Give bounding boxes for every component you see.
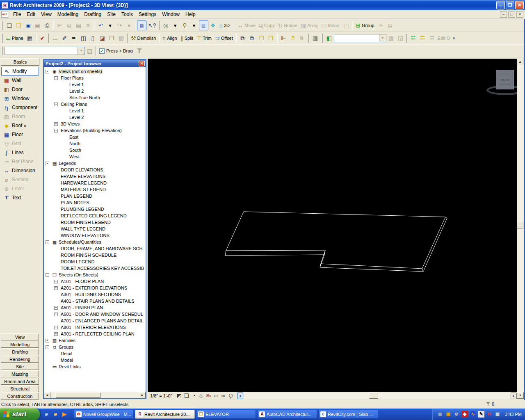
tree-item[interactable]: WINDOW ELEVATIONS	[44, 232, 146, 239]
cut-geometry-button[interactable]: ◫	[79, 33, 88, 43]
paint-button[interactable]: ◪	[98, 33, 107, 43]
analysis-button[interactable]: ▥	[310, 33, 320, 43]
zoom-button[interactable]: ⚲	[180, 21, 189, 30]
canvas-hscrollbar[interactable]	[244, 393, 511, 399]
design-bar-item-roof[interactable]: ◆Roof »	[1, 121, 39, 130]
design-bar-item-text[interactable]: TText	[1, 193, 39, 202]
split-button[interactable]: ∦Split	[179, 33, 195, 43]
tree-item[interactable]: East	[44, 134, 146, 140]
task-revitcity[interactable]: eRevitCity.com | Slab ...	[318, 410, 378, 419]
tree-item[interactable]: -▤Legends	[44, 160, 146, 167]
tree-item[interactable]: Level 2	[44, 88, 146, 94]
tree-item[interactable]: ROOM FINISH SCHEDULE	[44, 252, 146, 258]
copy-button[interactable]: ⧉	[64, 21, 74, 30]
scroll-down-icon[interactable]: ▾	[517, 392, 524, 399]
design-bar-tab-site[interactable]: Site	[1, 363, 39, 370]
split-face-button[interactable]: ❒	[107, 33, 116, 43]
crop-region-button[interactable]: ▭✕	[205, 392, 212, 399]
mdi-close-button[interactable]: ✕	[516, 11, 523, 18]
scroll-thumb[interactable]	[369, 393, 378, 399]
menu-site[interactable]: Site	[104, 11, 119, 18]
drawing-area-3d-view[interactable]: RIGHT	[148, 59, 517, 392]
tree-item[interactable]: PLAN NOTES	[44, 199, 146, 206]
tray-novell-icon[interactable]: N	[486, 411, 493, 418]
send-to-back-button[interactable]: ⧉	[247, 33, 257, 43]
quicklaunch-browser-icon[interactable]: e	[52, 411, 59, 418]
tree-item[interactable]: +A801 - INTERIOR ELEVATIONS	[44, 324, 146, 331]
tree-item[interactable]: Site-True North	[44, 94, 146, 101]
tree-item[interactable]: -▦Schedules/Quantities	[44, 239, 146, 245]
expand-icon[interactable]: +	[54, 332, 58, 336]
tree-item[interactable]: DOOR ELEVATIONS	[44, 167, 146, 173]
pin-button[interactable]: ✑	[376, 21, 386, 30]
tree-item[interactable]: MATERIALS LEGEND	[44, 186, 146, 193]
tree-item[interactable]: South	[44, 147, 146, 153]
selection-filter[interactable]: 0	[486, 402, 494, 406]
redo-dropdown[interactable]: ▾	[124, 21, 134, 30]
undo-button[interactable]: ↶	[96, 21, 105, 30]
expand-icon[interactable]: +	[46, 339, 49, 342]
design-bar-item-floor[interactable]: ▦Floor	[1, 130, 39, 139]
tree-item[interactable]: WALL TYPE LEGEND	[44, 226, 146, 232]
expand-icon[interactable]: +	[54, 280, 58, 283]
tree-item[interactable]: A301 - BUILDING SECTIONS	[44, 291, 146, 298]
scroll-left-icon[interactable]: ◂	[237, 393, 243, 399]
tree-item[interactable]: +A501 - FINISH PLAN	[44, 304, 146, 311]
design-bar-item-section[interactable]: ⌀Section	[1, 175, 39, 184]
slab-bottom-edge[interactable]	[225, 218, 447, 272]
minimize-button[interactable]: –	[496, 1, 505, 9]
work-plane-button[interactable]: ▱Plane	[5, 33, 25, 43]
open-button[interactable]: ❒	[14, 21, 23, 30]
group-button[interactable]: ⊞Group	[354, 21, 376, 30]
design-bar-tab-rendering[interactable]: Rendering	[1, 356, 39, 363]
collapse-icon[interactable]: -	[46, 345, 49, 349]
tray-audio-icon[interactable]: ∿	[470, 411, 476, 418]
tree-item[interactable]: Detail	[44, 350, 146, 357]
task-autocad[interactable]: AAutoCAD Architectur...	[257, 410, 317, 419]
move-button[interactable]: ↔Move	[236, 21, 257, 30]
tree-item[interactable]: DOOR, FRAME, AND HARDWARE SCH	[44, 245, 146, 252]
tree-item[interactable]: +A601 - DOOR AND WINDOW SCHEDUL	[44, 311, 146, 317]
scroll-thumb[interactable]	[55, 393, 100, 398]
design-options-edit-button[interactable]: ▧	[386, 33, 396, 43]
menu-drafting[interactable]: Drafting	[81, 11, 104, 18]
project-browser-titlebar[interactable]: Project2 - Project browser ✕	[44, 60, 146, 67]
design-bar-tab-view[interactable]: View	[1, 333, 39, 340]
design-options-icon-button[interactable]: ◧	[324, 33, 334, 43]
tree-item[interactable]: -⧉Groups	[44, 344, 146, 350]
design-bar-tab-basics[interactable]: Basics	[1, 58, 39, 66]
checkbox-icon[interactable]: ✓	[99, 48, 105, 54]
menu-view[interactable]: View	[38, 11, 55, 18]
default-3d-view-button[interactable]: ⌂3D	[218, 21, 232, 30]
reveal-hidden-button[interactable]: Ϙ	[227, 392, 235, 399]
start-button[interactable]: start	[0, 409, 40, 420]
tray-device-icon[interactable]: ▦	[494, 411, 501, 418]
restore-button[interactable]: ❐	[506, 1, 514, 9]
design-bar-tab-massing[interactable]: Massing	[1, 370, 39, 377]
tree-item[interactable]: +A101 - FLOOR PLAN	[44, 278, 146, 285]
save-button[interactable]: ▣	[23, 21, 33, 30]
scroll-right-icon[interactable]: ▸	[511, 393, 517, 399]
menu-edit[interactable]: Edit	[24, 11, 38, 18]
thin-lines-toggle[interactable]: ≣	[199, 21, 208, 30]
copy-tool-button[interactable]: ⧉Copy	[257, 21, 276, 30]
floor-slab-wireframe[interactable]	[148, 59, 517, 392]
render-button[interactable]: ♨	[198, 392, 205, 399]
join-geometry-button[interactable]: ▯	[88, 33, 98, 43]
menu-modelling[interactable]: Modelling	[55, 11, 81, 18]
expand-icon[interactable]: +	[54, 313, 58, 316]
close-button[interactable]: ✕	[515, 1, 524, 9]
spelling-button[interactable]: ✔	[38, 33, 47, 43]
mdi-restore-button[interactable]: ❐	[508, 11, 515, 18]
design-bar-item-dimension[interactable]: ↔Dimension	[1, 166, 39, 175]
tree-item[interactable]: +3D Views	[44, 121, 146, 127]
delete-button[interactable]: ✕	[83, 21, 93, 30]
dynamic-view-button[interactable]: ❖	[208, 21, 218, 30]
collapse-icon[interactable]: -	[46, 162, 49, 165]
element-properties-button[interactable]: ▤	[85, 46, 94, 56]
split-level-button[interactable]: ≛	[288, 33, 298, 43]
hide-isolate-button[interactable]: ∞	[220, 392, 227, 399]
tree-item[interactable]: Level 1	[44, 81, 146, 88]
task-revit[interactable]: RRevit Architecture 20...	[135, 410, 195, 419]
scroll-right-icon[interactable]: ►	[139, 392, 146, 398]
